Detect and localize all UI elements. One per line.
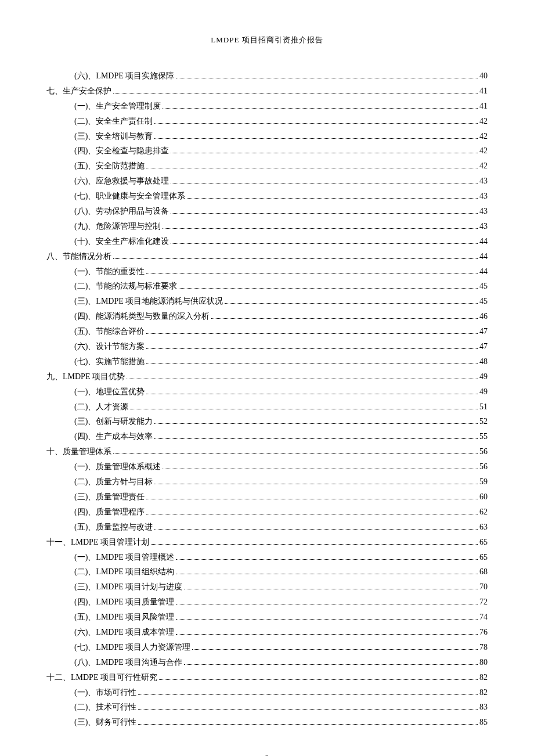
toc-leader bbox=[176, 619, 478, 620]
toc-label: (四)、LMDPE 项目质量管理 bbox=[74, 595, 174, 610]
toc-label: (三)、LMDPE 项目地能源消耗与供应状况 bbox=[74, 294, 223, 309]
toc-label: (六)、LMDPE 项目成本管理 bbox=[74, 625, 174, 640]
toc-leader bbox=[163, 228, 478, 229]
toc-leader bbox=[159, 679, 478, 680]
toc-entry: 十二、LMDPE 项目可行性研究82 bbox=[46, 670, 488, 685]
toc-leader bbox=[146, 363, 478, 364]
toc-leader bbox=[163, 108, 478, 109]
toc-label: (三)、财务可行性 bbox=[74, 715, 136, 730]
toc-label: (四)、安全检查与隐患排查 bbox=[74, 143, 169, 159]
toc-entry: (一)、质量管理体系概述56 bbox=[46, 459, 488, 474]
toc-page-number: 41 bbox=[479, 84, 488, 99]
toc-entry: (二)、安全生产责任制42 bbox=[46, 114, 488, 129]
toc-page-number: 60 bbox=[479, 489, 488, 505]
toc-label: (一)、市场可行性 bbox=[74, 685, 136, 700]
document-header-title: LMDPE 项目招商引资推介报告 bbox=[46, 35, 488, 45]
toc-label: (一)、地理位置优势 bbox=[74, 384, 145, 399]
toc-page-number: 55 bbox=[479, 429, 488, 444]
toc-page-number: 44 bbox=[479, 264, 488, 279]
toc-leader bbox=[171, 153, 478, 153]
toc-page-number: 82 bbox=[479, 685, 488, 700]
toc-label: (一)、生产安全管理制度 bbox=[74, 99, 161, 114]
toc-leader bbox=[184, 664, 478, 665]
toc-leader bbox=[154, 484, 478, 484]
toc-entry: (五)、节能综合评价47 bbox=[46, 324, 488, 339]
toc-leader bbox=[154, 138, 478, 139]
toc-page-number: 45 bbox=[479, 279, 488, 294]
toc-label: 七、生产安全保护 bbox=[46, 84, 111, 99]
toc-entry: (九)、危险源管理与控制43 bbox=[46, 219, 488, 234]
toc-label: (七)、LMDPE 项目人力资源管理 bbox=[74, 640, 190, 655]
toc-page-number: 72 bbox=[479, 595, 488, 610]
toc-label: (七)、职业健康与安全管理体系 bbox=[74, 189, 185, 204]
toc-page-number: 65 bbox=[479, 535, 488, 550]
toc-entry: (六)、LMDPE 项目成本管理76 bbox=[46, 625, 488, 640]
toc-page-number: 42 bbox=[479, 159, 488, 174]
toc-leader bbox=[176, 78, 478, 78]
toc-page-number: 70 bbox=[479, 579, 488, 595]
toc-page-number: 43 bbox=[479, 174, 488, 189]
toc-page-number: 74 bbox=[479, 610, 488, 625]
toc-entry: 十一、LMDPE 项目管理计划65 bbox=[46, 535, 488, 550]
toc-page-number: 42 bbox=[479, 143, 488, 159]
toc-leader bbox=[225, 303, 478, 304]
toc-entry: (四)、安全检查与隐患排查42 bbox=[46, 143, 488, 159]
toc-leader bbox=[154, 438, 478, 439]
toc-page-number: 51 bbox=[479, 399, 488, 415]
toc-label: (三)、质量管理责任 bbox=[74, 489, 145, 505]
toc-page-number: 49 bbox=[479, 369, 488, 384]
toc-page-number: 47 bbox=[479, 324, 488, 339]
toc-entry: (三)、LMDPE 项目地能源消耗与供应状况45 bbox=[46, 294, 488, 309]
toc-page-number: 41 bbox=[479, 99, 488, 114]
toc-leader bbox=[171, 183, 478, 183]
toc-leader bbox=[184, 589, 478, 589]
toc-leader bbox=[154, 529, 478, 530]
toc-page-number: 42 bbox=[479, 129, 488, 144]
toc-entry: (六)、应急救援与事故处理43 bbox=[46, 174, 488, 189]
toc-entry: (八)、劳动保护用品与设备43 bbox=[46, 204, 488, 219]
toc-page-number: 42 bbox=[479, 114, 488, 129]
page-number: 3 bbox=[46, 753, 488, 756]
toc-entry: (二)、技术可行性83 bbox=[46, 700, 488, 715]
toc-page-number: 83 bbox=[479, 700, 488, 715]
toc-entry: (四)、质量管理程序62 bbox=[46, 505, 488, 520]
toc-leader bbox=[176, 559, 478, 560]
toc-leader bbox=[192, 649, 478, 650]
toc-entry: (五)、LMDPE 项目风险管理74 bbox=[46, 610, 488, 625]
toc-page-number: 80 bbox=[479, 655, 488, 670]
toc-entry: (三)、LMDPE 项目计划与进度70 bbox=[46, 579, 488, 595]
toc-entry: (八)、LMDPE 项目沟通与合作80 bbox=[46, 655, 488, 670]
toc-page-number: 56 bbox=[479, 444, 488, 459]
toc-leader bbox=[176, 574, 478, 574]
toc-entry: (三)、创新与研发能力52 bbox=[46, 414, 488, 429]
toc-page-number: 59 bbox=[479, 474, 488, 489]
toc-label: 八、节能情况分析 bbox=[46, 249, 111, 264]
toc-entry: (一)、生产安全管理制度41 bbox=[46, 99, 488, 114]
toc-leader bbox=[151, 544, 478, 545]
toc-entry: (二)、人才资源51 bbox=[46, 399, 488, 415]
toc-leader bbox=[163, 469, 478, 469]
toc-label: (四)、能源消耗类型与数量的深入分析 bbox=[74, 309, 210, 324]
toc-leader bbox=[154, 423, 478, 424]
toc-leader bbox=[130, 409, 478, 409]
toc-page-number: 44 bbox=[479, 234, 488, 249]
toc-entry: (一)、节能的重要性44 bbox=[46, 264, 488, 279]
toc-entry: (七)、LMDPE 项目人力资源管理78 bbox=[46, 640, 488, 655]
toc-entry: (五)、安全防范措施42 bbox=[46, 159, 488, 174]
toc-page-number: 45 bbox=[479, 294, 488, 309]
toc-leader bbox=[176, 604, 478, 604]
toc-entry: (一)、地理位置优势49 bbox=[46, 384, 488, 399]
toc-leader bbox=[171, 243, 478, 244]
toc-entry: 七、生产安全保护41 bbox=[46, 84, 488, 99]
toc-page-number: 85 bbox=[479, 715, 488, 730]
toc-label: (八)、LMDPE 项目沟通与合作 bbox=[74, 655, 182, 670]
toc-label: (三)、LMDPE 项目计划与进度 bbox=[74, 579, 182, 595]
toc-page-number: 63 bbox=[479, 520, 488, 535]
toc-leader bbox=[138, 724, 478, 725]
toc-leader bbox=[179, 288, 478, 289]
toc-leader bbox=[138, 694, 478, 695]
toc-leader bbox=[146, 348, 478, 349]
toc-label: (八)、劳动保护用品与设备 bbox=[74, 204, 169, 219]
toc-entry: (六)、设计节能方案47 bbox=[46, 339, 488, 354]
toc-entry: (二)、LMDPE 项目组织结构68 bbox=[46, 564, 488, 579]
